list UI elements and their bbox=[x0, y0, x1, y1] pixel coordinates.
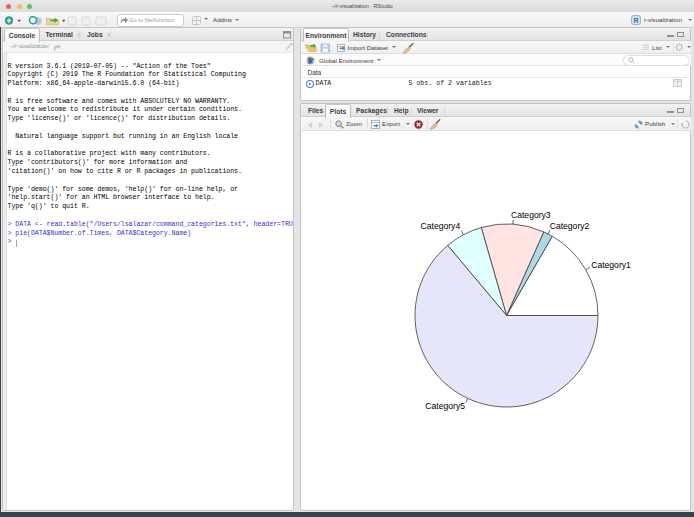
svg-text:Category4: Category4 bbox=[421, 221, 461, 231]
svg-text:R: R bbox=[633, 16, 638, 23]
svg-text:Category5: Category5 bbox=[425, 401, 465, 411]
svg-text:Category2: Category2 bbox=[550, 221, 590, 231]
svg-text:Category3: Category3 bbox=[511, 210, 551, 220]
svg-text:Category1: Category1 bbox=[591, 260, 631, 270]
svg-text:R: R bbox=[308, 57, 313, 64]
